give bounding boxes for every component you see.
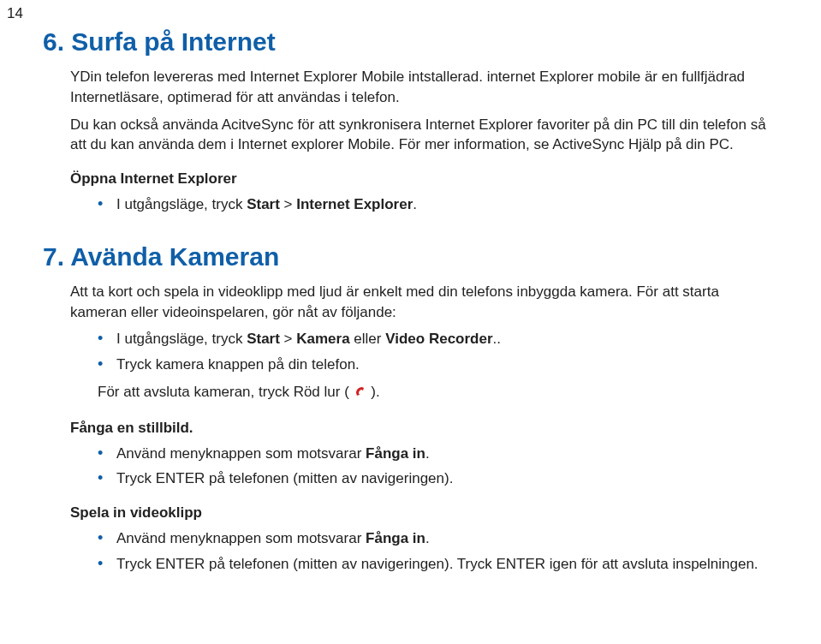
section-7-title: 7. Avända Kameran [43,239,778,275]
section-6-paragraph-1: YDin telefon levereras med Internet Expl… [70,67,772,108]
open-ie-list: I utgångsläge, tryck Start > Internet Ex… [98,194,778,215]
text-part: . [425,530,430,546]
bold-fanga-in: Fånga in [366,445,425,462]
camera-start-list: I utgångsläge, tryck Start > Kamera elle… [98,329,778,375]
bold-start: Start [247,196,280,212]
section-6-paragraph-2: Du kan också använda AcitveSync för att … [70,115,772,156]
text-part: ). [367,384,380,400]
videoklipp-subhead: Spela in videoklipp [70,503,778,523]
section-7-paragraph-1: Att ta kort och spela in videoklipp med … [70,282,772,323]
text-part: > [280,331,296,347]
red-phone-icon [354,384,367,404]
bold-ie: Internet Explorer [296,196,413,212]
text-part: eller [350,331,386,347]
camera-start-step-2: Tryck kamera knappen på din telefon. [98,355,778,375]
videoklipp-list: Använd menyknappen som motsvarar Fånga i… [98,528,778,575]
stillbild-step-1: Använd menyknappen som motsvarar Fånga i… [98,444,778,464]
page-number: 14 [7,3,23,24]
bold-kamera: Kamera [296,331,349,347]
text-part: I utgångsläge, tryck [116,331,247,347]
section-6-title: 6. Surfa på Internet [43,24,778,60]
camera-start-step-1: I utgångsläge, tryck Start > Kamera elle… [98,329,778,349]
text-part: .. [493,331,501,347]
text-part: . [413,196,417,212]
stillbild-list: Använd menyknappen som motsvarar Fånga i… [98,444,778,490]
text-part: > [280,196,296,212]
close-camera-text: För att avsluta kameran, tryck Röd lur (… [98,382,778,404]
videoklipp-step-1: Använd menyknappen som motsvarar Fånga i… [98,528,778,549]
text-part: . [425,445,430,462]
open-ie-step: I utgångsläge, tryck Start > Internet Ex… [98,194,778,215]
bold-start: Start [247,331,280,347]
page-content: 6. Surfa på Internet YDin telefon levere… [0,24,821,616]
text-part: I utgångsläge, tryck [116,196,247,212]
text-part: Använd menyknappen som motsvarar [116,530,366,546]
text-part: För att avsluta kameran, tryck Röd lur ( [98,384,354,400]
stillbild-subhead: Fånga en stillbild. [70,418,778,438]
open-ie-subhead: Öppna Internet Explorer [70,169,778,189]
bold-fanga-in: Fånga in [366,530,425,546]
bold-video-recorder: Video Recorder [385,331,492,347]
stillbild-step-2: Tryck ENTER på telefonen (mitten av navi… [98,468,778,489]
videoklipp-step-2: Tryck ENTER på telefonen (mitten av navi… [98,554,778,575]
text-part: Använd menyknappen som motsvarar [116,445,366,462]
